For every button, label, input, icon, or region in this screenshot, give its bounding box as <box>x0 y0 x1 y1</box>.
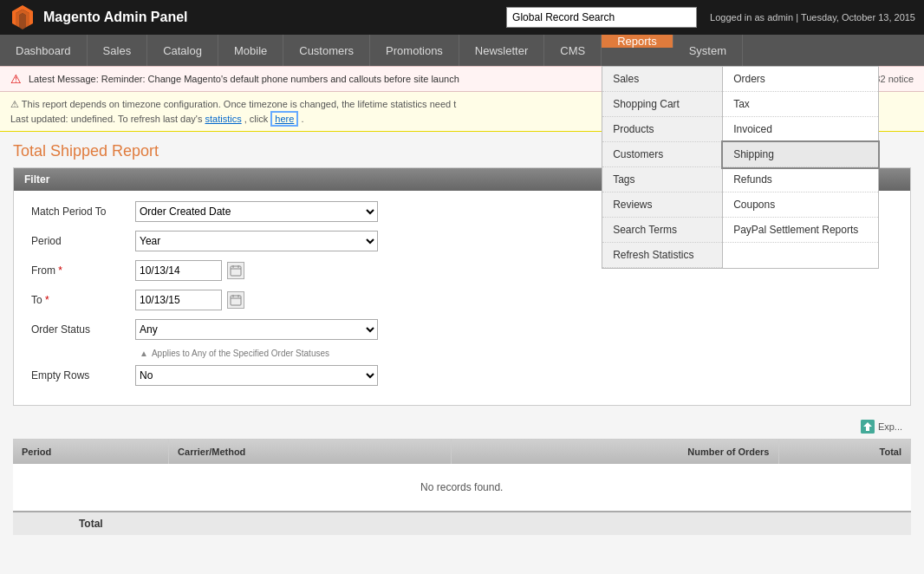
logo-text: Magento Admin Panel <box>43 10 188 25</box>
filter-control-to <box>135 290 244 310</box>
nav-item-reports[interactable]: Reports <box>602 35 673 48</box>
filter-control-empty-rows: No Yes <box>135 365 378 386</box>
filter-label-match-period: Match Period To <box>31 205 135 218</box>
svg-rect-7 <box>231 296 241 305</box>
statistics-link[interactable]: statistics <box>205 114 242 124</box>
dropdown-item-refunds[interactable]: Refunds <box>723 167 878 192</box>
filter-label-to: To * <box>31 294 135 306</box>
dropdown-item-invoiced[interactable]: Invoiced <box>723 117 878 142</box>
filter-control-order-status: Any Pending Processing Complete Cancelle… <box>135 319 378 340</box>
dropdown-item-tags[interactable]: Tags <box>602 167 722 192</box>
export-bar: Exp... <box>13 414 911 439</box>
nav-item-customers[interactable]: Customers <box>283 35 370 66</box>
order-status-hint: ▲ Applies to Any of the Specified Order … <box>140 349 893 358</box>
from-calendar-icon[interactable] <box>227 262 244 279</box>
empty-rows-select[interactable]: No Yes <box>135 365 378 386</box>
filter-label-order-status: Order Status <box>31 323 135 336</box>
filter-label-empty-rows: Empty Rows <box>31 369 135 382</box>
export-button[interactable]: Exp... <box>861 420 902 434</box>
reports-dropdown-container: Reports Sales Shopping Cart Products Cus… <box>602 35 673 66</box>
reports-dropdown-menu: Sales Shopping Cart Products Customers T… <box>602 66 879 269</box>
dropdown-item-sales[interactable]: Sales <box>602 67 722 92</box>
dropdown-item-tax[interactable]: Tax <box>723 92 878 117</box>
alert-icon: ⚠ <box>10 72 22 86</box>
user-info: Logged in as admin | Tuesday, October 13… <box>710 12 915 23</box>
dropdown-item-orders[interactable]: Orders <box>723 67 878 92</box>
to-date-input[interactable] <box>135 290 222 310</box>
nav-item-dashboard[interactable]: Dashboard <box>0 35 88 66</box>
reports-dropdown-col2: Orders Tax Invoiced Shipping Refunds Cou… <box>723 66 879 269</box>
dropdown-item-reviews[interactable]: Reviews <box>602 192 722 218</box>
global-search-input[interactable] <box>506 7 697 28</box>
header: Magento Admin Panel Logged in as admin |… <box>0 0 924 35</box>
svg-rect-3 <box>231 266 241 276</box>
alert-message: Latest Message: Reminder: Change Magento… <box>29 74 459 84</box>
filter-row-to: To * <box>31 290 893 310</box>
col-period: Period <box>13 440 169 465</box>
dropdown-item-coupons[interactable]: Coupons <box>723 192 878 218</box>
magento-logo-icon <box>9 3 36 31</box>
table-total-row: Total <box>13 512 911 535</box>
table-no-records-row: No records found. <box>13 464 911 512</box>
reports-dropdown-col1: Sales Shopping Cart Products Customers T… <box>602 66 723 269</box>
filter-row-empty-rows: Empty Rows No Yes <box>31 365 893 386</box>
dropdown-item-paypal[interactable]: PayPal Settlement Reports <box>723 218 878 243</box>
nav-item-cms[interactable]: CMS <box>544 35 602 66</box>
dropdown-item-products[interactable]: Products <box>602 117 722 142</box>
info-line2: Last updated: undefined. To refresh last… <box>10 114 205 124</box>
match-period-select[interactable]: Order Created Date Order Updated Date <box>135 201 378 222</box>
nav-item-system[interactable]: System <box>673 35 743 66</box>
nav-item-sales[interactable]: Sales <box>88 35 148 66</box>
filter-label-period: Period <box>31 235 135 247</box>
filter-row-order-status: Order Status Any Pending Processing Comp… <box>31 319 893 340</box>
to-calendar-icon[interactable] <box>227 291 244 309</box>
nav-item-promotions[interactable]: Promotions <box>370 35 459 66</box>
info-line1: ⚠ This report depends on timezone config… <box>10 99 456 109</box>
filter-control-period: Year Month Day <box>135 231 378 251</box>
dropdown-item-shipping[interactable]: Shipping <box>723 142 878 167</box>
logo-area: Magento Admin Panel <box>9 3 188 31</box>
no-records-message: No records found. <box>13 464 911 512</box>
dropdown-item-customers[interactable]: Customers <box>602 142 722 167</box>
col-total: Total <box>778 440 911 465</box>
data-table: Period Carrier/Method Number of Orders T… <box>13 439 911 535</box>
dropdown-item-shopping-cart[interactable]: Shopping Cart <box>602 92 722 117</box>
nav-item-newsletter[interactable]: Newsletter <box>459 35 544 66</box>
here-link[interactable]: here <box>270 111 298 127</box>
filter-control-from <box>135 260 244 281</box>
header-right: Logged in as admin | Tuesday, October 13… <box>506 7 915 28</box>
table-header-row: Period Carrier/Method Number of Orders T… <box>13 440 911 465</box>
filter-label-from: From * <box>31 264 135 277</box>
nav-item-catalog[interactable]: Catalog <box>147 35 218 66</box>
dropdown-item-search-terms[interactable]: Search Terms <box>602 218 722 243</box>
col-number-of-orders: Number of Orders <box>451 440 778 465</box>
export-icon <box>861 420 875 434</box>
export-label: Exp... <box>878 421 902 432</box>
nav-item-mobile[interactable]: Mobile <box>218 35 283 66</box>
order-status-select[interactable]: Any Pending Processing Complete Cancelle… <box>135 319 378 340</box>
nav-bar: Dashboard Sales Catalog Mobile Customers… <box>0 35 924 66</box>
total-label: Total <box>13 512 169 535</box>
period-select[interactable]: Year Month Day <box>135 231 378 251</box>
svg-marker-2 <box>19 13 26 29</box>
from-date-input[interactable] <box>135 260 222 281</box>
col-carrier-method: Carrier/Method <box>169 440 452 465</box>
dropdown-item-refresh-statistics[interactable]: Refresh Statistics <box>602 243 722 268</box>
filter-control-match-period: Order Created Date Order Updated Date <box>135 201 378 222</box>
